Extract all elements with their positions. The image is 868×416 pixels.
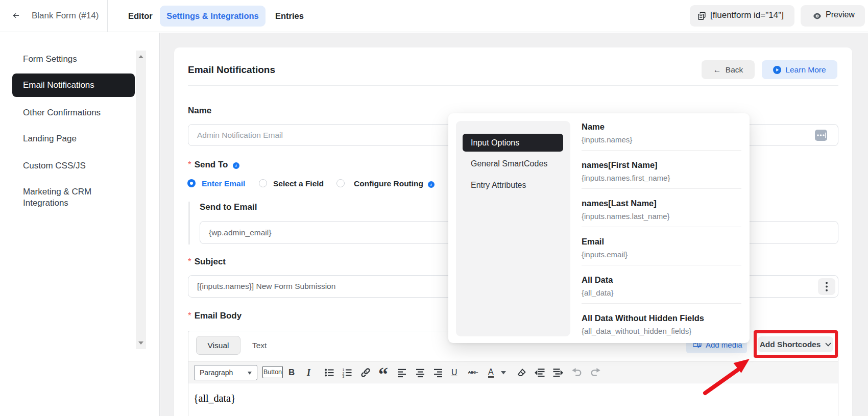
svg-text:3: 3: [343, 375, 345, 378]
